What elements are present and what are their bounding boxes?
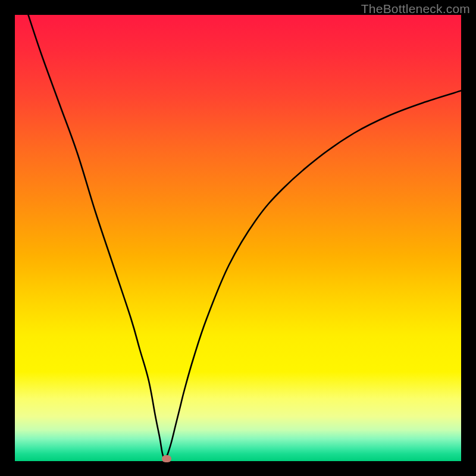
bottleneck-curve — [29, 15, 462, 459]
watermark-label: TheBottleneck.com — [361, 2, 470, 16]
optimum-marker — [162, 455, 171, 462]
plot-area — [15, 15, 461, 461]
chart-frame: TheBottleneck.com — [0, 0, 476, 476]
curve-svg — [15, 15, 461, 461]
